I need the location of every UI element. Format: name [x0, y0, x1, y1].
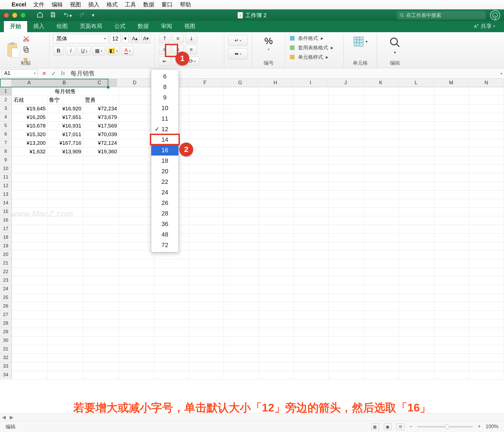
- cell-A28[interactable]: [12, 319, 47, 328]
- cell-G10[interactable]: [224, 165, 259, 173]
- cell-H10[interactable]: [259, 165, 294, 173]
- cell-F30[interactable]: [189, 337, 224, 345]
- cell-M21[interactable]: [434, 259, 469, 268]
- cell-B24[interactable]: [47, 285, 83, 294]
- row-header-16[interactable]: 16: [0, 216, 12, 225]
- cell-I1[interactable]: [294, 87, 329, 96]
- cell-B31[interactable]: [47, 345, 83, 354]
- cell-B20[interactable]: [47, 251, 83, 259]
- cell-F7[interactable]: [189, 139, 224, 148]
- font-size-option-9[interactable]: 9: [151, 92, 178, 103]
- cell-D20[interactable]: [119, 251, 154, 259]
- cell-C7[interactable]: ¥72,124: [83, 139, 119, 148]
- cell-K26[interactable]: [364, 302, 399, 311]
- cell-H9[interactable]: [259, 156, 294, 165]
- cell-C2[interactable]: 贾勇: [83, 96, 119, 105]
- cell-A8[interactable]: ¥1,632: [12, 148, 47, 156]
- customize-qat-icon[interactable]: ▾: [92, 12, 94, 18]
- row-header-32[interactable]: 32: [0, 354, 12, 362]
- format-as-table-button[interactable]: 套用表格格式 ▸: [289, 44, 339, 51]
- border-button[interactable]: ▦: [92, 46, 105, 55]
- cell-J29[interactable]: [329, 328, 364, 337]
- cell-H19[interactable]: [259, 242, 294, 251]
- cell-J7[interactable]: [329, 139, 364, 148]
- cell-H33[interactable]: [259, 362, 294, 371]
- cell-M25[interactable]: [434, 294, 469, 302]
- cell-D15[interactable]: [119, 208, 154, 216]
- cell-I32[interactable]: [294, 354, 329, 362]
- column-header-M[interactable]: M: [434, 79, 469, 87]
- cell-E34[interactable]: [154, 371, 189, 380]
- cell-C27[interactable]: [83, 311, 119, 319]
- cell-H8[interactable]: [259, 148, 294, 156]
- cell-A33[interactable]: [12, 362, 47, 371]
- page-layout-view-icon[interactable]: ▣: [384, 423, 392, 430]
- cell-F22[interactable]: [189, 268, 224, 276]
- cell-F18[interactable]: [189, 233, 224, 242]
- cell-D8[interactable]: [119, 148, 154, 156]
- cell-F23[interactable]: [189, 276, 224, 285]
- cell-F4[interactable]: [189, 113, 224, 122]
- cell-B25[interactable]: [47, 294, 83, 302]
- fill-handle[interactable]: [107, 86, 109, 88]
- cell-A22[interactable]: [12, 268, 47, 276]
- cell-K31[interactable]: [364, 345, 399, 354]
- cell-C26[interactable]: [83, 302, 119, 311]
- row-header-6[interactable]: 6: [0, 130, 12, 139]
- cell-F26[interactable]: [189, 302, 224, 311]
- cell-B8[interactable]: ¥13,909: [47, 148, 83, 156]
- cell-L11[interactable]: [399, 173, 434, 182]
- cell-J19[interactable]: [329, 242, 364, 251]
- cell-L6[interactable]: [399, 130, 434, 139]
- font-size-dropdown-list[interactable]: 6891011121416182022242628364872: [151, 69, 179, 252]
- cell-G33[interactable]: [224, 362, 259, 371]
- menu-excel[interactable]: Excel: [12, 1, 26, 8]
- cell-B19[interactable]: [47, 242, 83, 251]
- cell-K7[interactable]: [364, 139, 399, 148]
- cell-M13[interactable]: [434, 190, 469, 199]
- cell-E21[interactable]: [154, 259, 189, 268]
- cell-N4[interactable]: [469, 113, 504, 122]
- row-header-30[interactable]: 30: [0, 336, 12, 345]
- cell-K10[interactable]: [364, 165, 399, 173]
- cell-H34[interactable]: [259, 371, 294, 380]
- cell-D28[interactable]: [119, 319, 154, 328]
- cell-B13[interactable]: [47, 190, 83, 199]
- cut-icon[interactable]: [23, 35, 29, 44]
- cell-D5[interactable]: [119, 122, 154, 130]
- cell-K17[interactable]: [364, 225, 399, 233]
- cell-C31[interactable]: [83, 345, 119, 354]
- cell-N13[interactable]: [469, 190, 504, 199]
- font-size-option-24[interactable]: 24: [151, 187, 178, 198]
- close-window-button[interactable]: [4, 13, 9, 18]
- cell-D12[interactable]: [119, 182, 154, 190]
- cell-D16[interactable]: [119, 216, 154, 225]
- cell-J10[interactable]: [329, 165, 364, 173]
- cell-H12[interactable]: [259, 182, 294, 190]
- menu-edit[interactable]: 编辑: [52, 1, 63, 8]
- cell-J5[interactable]: [329, 122, 364, 130]
- cell-I3[interactable]: [294, 105, 329, 113]
- cell-L21[interactable]: [399, 259, 434, 268]
- cell-B28[interactable]: [47, 319, 83, 328]
- cell-K6[interactable]: [364, 130, 399, 139]
- cells-dropdown-icon[interactable]: ▾: [366, 40, 367, 44]
- cell-K18[interactable]: [364, 233, 399, 242]
- font-size-option-10[interactable]: 10: [151, 103, 178, 113]
- cell-B22[interactable]: [47, 268, 83, 276]
- cell-I31[interactable]: [294, 345, 329, 354]
- cell-G19[interactable]: [224, 242, 259, 251]
- cell-J11[interactable]: [329, 173, 364, 182]
- cell-L22[interactable]: [399, 268, 434, 276]
- menu-help[interactable]: 帮助: [180, 1, 191, 8]
- cell-K29[interactable]: [364, 328, 399, 337]
- name-box[interactable]: A1: [2, 69, 38, 78]
- cell-A20[interactable]: [12, 251, 47, 259]
- cell-B30[interactable]: [47, 337, 83, 345]
- cell-C23[interactable]: [83, 276, 119, 285]
- cell-N29[interactable]: [469, 328, 504, 337]
- cell-J24[interactable]: [329, 285, 364, 294]
- row-header-25[interactable]: 25: [0, 293, 12, 302]
- column-header-L[interactable]: L: [399, 79, 434, 87]
- font-size-option-12[interactable]: 12: [151, 124, 178, 134]
